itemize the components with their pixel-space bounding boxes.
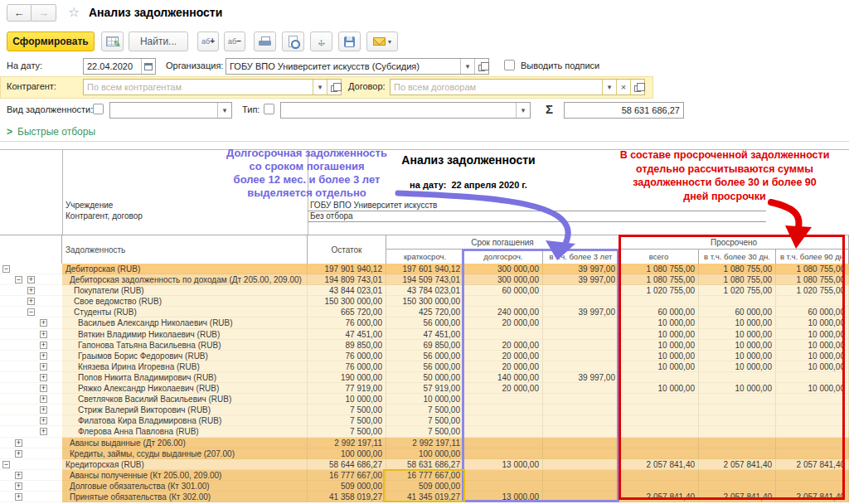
choose-from-list-icon[interactable]	[327, 80, 341, 94]
debt-row-value[interactable]: 7 500,00	[386, 405, 464, 415]
counterparty-input[interactable]	[84, 80, 313, 94]
debt-row-value[interactable]	[543, 470, 619, 481]
debt-row-value[interactable]: 13 000,00	[464, 459, 543, 470]
debt-row-value[interactable]: 10 000,00	[619, 383, 699, 394]
debt-row-name[interactable]: Покупатели (RUB)	[62, 285, 308, 296]
debt-row-value[interactable]: 1 080 755,00	[699, 264, 776, 274]
debt-row-value[interactable]: 10 000,00	[776, 361, 849, 372]
expand-node-icon[interactable]: +	[40, 363, 47, 371]
debt-row-name[interactable]: Граымов Борис Федорович (RUB)	[62, 351, 308, 361]
debt-row-value[interactable]	[543, 492, 619, 502]
date-input[interactable]	[84, 59, 141, 74]
debt-row-value[interactable]: 58 644 686,27	[308, 459, 386, 470]
debt-row-value[interactable]	[776, 448, 849, 459]
debt-row-value[interactable]: 10 000,00	[619, 351, 699, 361]
debt-row-value[interactable]	[543, 438, 619, 448]
debt-row-value[interactable]: 197 601 940,12	[386, 264, 464, 274]
debt-row-value[interactable]: 509 000,00	[386, 481, 464, 492]
debt-row-value[interactable]: 150 300 000,00	[308, 296, 386, 307]
debt-row-value[interactable]: 20 000,00	[464, 383, 543, 394]
debt-row-value[interactable]	[543, 285, 619, 296]
expand-node-icon[interactable]: +	[15, 472, 22, 479]
debt-row-value[interactable]: 425 720,00	[386, 307, 464, 317]
debt-row-value[interactable]	[699, 405, 776, 415]
show-signatures-checkbox[interactable]	[504, 60, 515, 70]
debt-row-value[interactable]: 50 000,00	[386, 372, 464, 383]
debt-row-value[interactable]	[619, 426, 699, 437]
debt-row-value[interactable]	[464, 296, 543, 307]
debt-row-value[interactable]	[699, 394, 776, 405]
debt-row-value[interactable]	[464, 470, 543, 481]
expand-groups-button[interactable]: аб+	[197, 32, 219, 51]
debt-row-value[interactable]: 76 000,00	[308, 317, 386, 328]
debt-row-name[interactable]: Студенты (RUB)	[62, 307, 308, 317]
debt-row-name[interactable]: Попов Никита Владимирович (RUB)	[62, 372, 308, 383]
debt-row-value[interactable]: 7 500,00	[308, 415, 386, 426]
debt-row-value[interactable]: 100 000,00	[386, 448, 464, 459]
debt-row-value[interactable]: 2 992 197,11	[386, 438, 464, 448]
collapse-node-icon[interactable]: −	[15, 276, 22, 284]
debt-row-value[interactable]: 60 000,00	[699, 307, 776, 317]
print-preview-button[interactable]	[282, 32, 304, 51]
find-button[interactable]: Найти...	[129, 32, 188, 51]
collapse-groups-button[interactable]: аб−	[224, 32, 245, 51]
debt-row-value[interactable]	[776, 438, 849, 448]
debt-row-value[interactable]	[464, 426, 543, 437]
debt-row-value[interactable]: 1 080 755,00	[776, 264, 849, 274]
debt-row-value[interactable]: 10 000,00	[699, 351, 776, 361]
debt-row-value[interactable]	[619, 415, 699, 426]
debt-row-value[interactable]: 2 057 841,40	[619, 459, 699, 470]
debt-row-value[interactable]: 56 000,00	[386, 361, 464, 372]
debt-row-value[interactable]: 10 000,00	[776, 383, 849, 394]
debt-row-name[interactable]: Вяткин Владимир Николаевич (RUB)	[62, 329, 308, 340]
chevron-down-icon[interactable]	[460, 59, 474, 74]
debt-row-value[interactable]: 150 300 000,00	[386, 296, 464, 307]
expand-node-icon[interactable]: +	[27, 298, 35, 305]
type-checkbox[interactable]	[264, 104, 274, 114]
debt-row-name[interactable]: Стриж Валерий Викторович (RUB)	[62, 405, 308, 415]
debt-row-value[interactable]: 56 000,00	[386, 317, 464, 328]
debt-row-value[interactable]: 10 000,00	[308, 394, 386, 405]
favorite-star-icon[interactable]: ☆	[68, 4, 80, 20]
debt-row-name[interactable]: Принятые обязательства (Кт 302.00)	[62, 492, 308, 502]
generate-report-button[interactable]: Сформировать	[7, 32, 95, 51]
debt-row-value[interactable]: 10 000,00	[386, 394, 464, 405]
chevron-down-icon[interactable]	[313, 80, 327, 94]
collapse-node-icon[interactable]: −	[2, 265, 10, 273]
debt-row-name[interactable]: Долговые обязательства (Кт 301.00)	[62, 481, 308, 492]
debt-row-value[interactable]: 509 000,00	[308, 481, 386, 492]
expand-node-icon[interactable]: +	[40, 395, 47, 403]
debt-row-value[interactable]	[464, 415, 543, 426]
debt-row-value[interactable]: 10 000,00	[619, 329, 699, 340]
debt-row-value[interactable]	[543, 415, 619, 426]
debt-row-value[interactable]	[776, 470, 849, 481]
organization-input[interactable]	[226, 59, 460, 74]
debt-row-value[interactable]	[619, 394, 699, 405]
debt-row-value[interactable]: 16 777 667,00	[308, 470, 386, 481]
debt-row-value[interactable]: 10 000,00	[776, 340, 849, 351]
debt-row-value[interactable]	[619, 405, 699, 415]
debt-row-value[interactable]	[776, 296, 849, 307]
expand-node-icon[interactable]: +	[40, 417, 47, 424]
debt-row-value[interactable]	[699, 296, 776, 307]
debt-row-name[interactable]: Дебиторская (RUB)	[62, 264, 308, 274]
debt-row-value[interactable]: 20 000,00	[464, 317, 543, 328]
debt-row-value[interactable]	[776, 394, 849, 405]
debt-row-value[interactable]: 10 000,00	[776, 317, 849, 328]
debt-row-value[interactable]: 665 720,00	[308, 307, 386, 317]
expand-node-icon[interactable]: +	[15, 482, 22, 490]
debt-row-value[interactable]	[699, 426, 776, 437]
calendar-icon[interactable]	[141, 59, 155, 74]
debt-row-value[interactable]: 2 057 841,40	[699, 459, 776, 470]
chevron-down-icon[interactable]	[217, 103, 231, 118]
debt-row-name[interactable]: Гапонова Татьяна Васильевна (RUB)	[62, 340, 308, 351]
debt-row-value[interactable]	[776, 415, 849, 426]
debt-row-value[interactable]	[464, 448, 543, 459]
debt-row-name[interactable]: Дебиторская задолженность по доходам (Дт…	[62, 274, 308, 285]
debt-row-value[interactable]: 10 000,00	[776, 351, 849, 361]
debt-row-value[interactable]: 2 057 841,40	[776, 459, 849, 470]
debt-row-value[interactable]: 2 057 841,40	[776, 492, 849, 502]
debt-row-value[interactable]: 10 000,00	[776, 329, 849, 340]
debt-row-value[interactable]: 7 500,00	[386, 426, 464, 437]
debt-row-value[interactable]: 39 997,00	[543, 264, 619, 274]
